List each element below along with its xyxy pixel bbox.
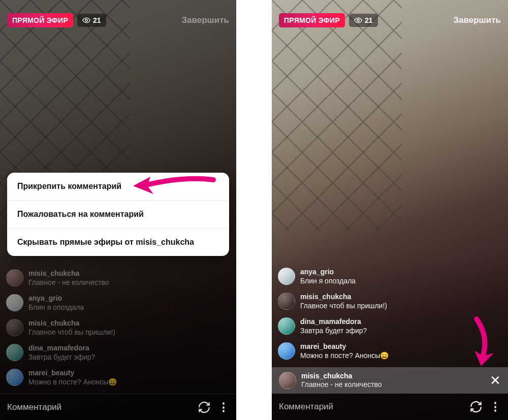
avatar: [6, 294, 23, 311]
comment-username: marei_beauty: [28, 369, 117, 378]
eye-icon: [354, 16, 362, 24]
more-options-icon[interactable]: ⋮: [218, 401, 229, 414]
comment-message: Главное - не количество: [28, 278, 109, 287]
viewer-count-badge[interactable]: 21: [349, 14, 378, 27]
comment-username: misis_chukcha: [28, 319, 115, 328]
comment-username: anya_grio: [300, 268, 356, 277]
screen-left: ПРЯМОЙ ЭФИР 21 Завершить misis_chukcha Г…: [0, 0, 236, 420]
avatar: [6, 319, 23, 336]
comment-message: Главное чтоб вы пришли!): [300, 302, 387, 311]
menu-item-pin-comment[interactable]: Прикрепить комментарий: [7, 173, 229, 201]
live-badge: ПРЯМОЙ ЭФИР: [7, 13, 73, 27]
comment-username: dina_mamafedora: [28, 344, 95, 353]
comment-item[interactable]: dina_mamafedora Завтра будет эфир?: [6, 344, 206, 362]
pinned-username: misis_chukcha: [301, 372, 382, 381]
comments-feed[interactable]: misis_chukcha Главное - не количество an…: [6, 269, 206, 386]
comment-input[interactable]: Комментарий: [7, 402, 190, 412]
comment-username: misis_chukcha: [300, 293, 387, 302]
comment-item[interactable]: marei_beauty Можно в посте? Анонсы😄: [6, 369, 206, 386]
comment-item[interactable]: anya_grio Блин я опоздала: [278, 268, 478, 285]
comment-item[interactable]: anya_grio Блин я опоздала: [6, 294, 206, 312]
live-badge: ПРЯМОЙ ЭФИР: [279, 13, 345, 27]
comments-feed[interactable]: anya_grio Блин я опоздала misis_chukcha …: [278, 268, 478, 360]
comment-item[interactable]: misis_chukcha Главное - не количество: [6, 269, 206, 287]
avatar: [6, 269, 23, 286]
comment-item[interactable]: misis_chukcha Главное чтоб вы пришли!): [278, 293, 478, 310]
comment-username: dina_mamafedora: [300, 317, 367, 327]
comment-context-menu: Прикрепить комментарий Пожаловаться на к…: [7, 173, 229, 256]
viewer-count: 21: [365, 16, 373, 24]
more-options-icon[interactable]: ⋮: [490, 400, 501, 413]
comment-message: Завтра будет эфир?: [28, 353, 95, 362]
comment-username: marei_beauty: [300, 342, 389, 351]
comment-input[interactable]: Комментарий: [279, 402, 462, 412]
comment-item[interactable]: dina_mamafedora Завтра будет эфир?: [278, 317, 478, 335]
comment-input-bar: Комментарий ⋮: [0, 394, 236, 420]
menu-item-report-comment[interactable]: Пожаловаться на комментарий: [7, 201, 229, 229]
avatar: [278, 342, 295, 360]
svg-point-1: [357, 19, 359, 21]
pinned-comment-bar[interactable]: misis_chukcha Главное - не количество ✕: [272, 367, 508, 394]
comment-message: Можно в посте? Анонсы😄: [28, 378, 117, 387]
avatar: [278, 293, 295, 310]
avatar: [6, 344, 23, 361]
top-bar: ПРЯМОЙ ЭФИР 21 Завершить: [279, 11, 501, 29]
avatar: [278, 317, 295, 335]
comment-item[interactable]: misis_chukcha Главное чтоб вы пришли!): [6, 319, 206, 337]
avatar: [6, 369, 23, 386]
svg-point-0: [85, 19, 87, 21]
pinned-message: Главное - не количество: [301, 380, 382, 390]
end-live-button[interactable]: Завершить: [453, 15, 501, 25]
top-bar: ПРЯМОЙ ЭФИР 21 Завершить: [7, 11, 229, 29]
avatar: [278, 268, 295, 285]
screen-right: ПРЯМОЙ ЭФИР 21 Завершить anya_grio Блин …: [272, 0, 508, 420]
comment-input-bar: Комментарий ⋮: [272, 394, 508, 420]
comment-message: Завтра будет эфир?: [300, 327, 367, 336]
viewer-count-badge[interactable]: 21: [77, 14, 106, 27]
comment-username: anya_grio: [28, 294, 84, 303]
eye-icon: [82, 16, 90, 24]
comment-item[interactable]: marei_beauty Можно в посте? Анонсы😄: [278, 342, 478, 360]
camera-switch-icon[interactable]: [198, 401, 211, 414]
comment-message: Главное чтоб вы пришли!): [28, 328, 115, 337]
menu-item-hide-lives[interactable]: Скрывать прямые эфиры от misis_chukcha: [7, 229, 229, 256]
viewer-count: 21: [93, 16, 101, 24]
comment-message: Блин я опоздала: [300, 277, 356, 286]
comment-message: Можно в посте? Анонсы😄: [300, 351, 389, 361]
avatar: [279, 372, 296, 389]
comment-message: Блин я опоздала: [28, 303, 84, 312]
camera-switch-icon[interactable]: [469, 400, 483, 413]
comment-username: misis_chukcha: [28, 269, 109, 278]
unpin-close-icon[interactable]: ✕: [490, 374, 501, 387]
end-live-button[interactable]: Завершить: [181, 15, 229, 25]
